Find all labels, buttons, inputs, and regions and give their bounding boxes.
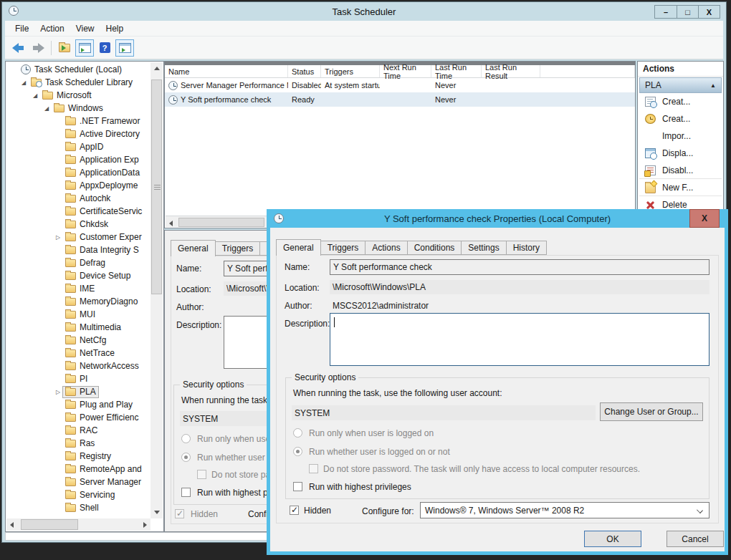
action-item[interactable]: Creat... (639, 110, 722, 127)
tree-item[interactable]: Ras (6, 437, 150, 450)
tree-item[interactable]: ▷ Customer Exper (6, 231, 150, 243)
change-user-button[interactable]: Change User or Group... (600, 402, 703, 421)
tree-item[interactable]: Server Manager (6, 475, 150, 488)
action-item[interactable]: Creat... (639, 93, 722, 110)
preview-privileges-checkbox[interactable] (181, 488, 191, 497)
column-header[interactable]: Name (165, 65, 288, 77)
dialog-tab[interactable]: Settings (462, 241, 506, 255)
tree-item[interactable]: .NET Framewor (6, 115, 150, 127)
preview-tab[interactable]: General (171, 240, 216, 256)
tree-item[interactable]: Defrag (6, 256, 150, 269)
actions-group-header[interactable]: PLA ▲ (639, 77, 722, 93)
help-button[interactable] (95, 39, 114, 57)
scroll-up-button[interactable] (150, 62, 163, 74)
tree-item[interactable]: RemoteApp and (6, 463, 150, 475)
privileges-checkbox[interactable] (293, 482, 302, 491)
minimize-button[interactable]: – (655, 6, 677, 18)
tree-item[interactable]: PI (6, 372, 150, 385)
tree-item[interactable]: Application Exp (6, 153, 150, 166)
tree-item[interactable]: MUI (6, 308, 150, 321)
menu-item[interactable]: Help (100, 22, 130, 35)
column-header[interactable]: Next Run Time (380, 65, 431, 77)
tree-item[interactable]: Registry (6, 450, 150, 463)
action-item[interactable]: Impor... (639, 127, 722, 145)
tree-item[interactable]: Task Scheduler (Local) (6, 63, 150, 76)
tree-expander-icon[interactable]: ◢ (31, 92, 39, 99)
import-button[interactable] (55, 39, 74, 57)
console-tree-toggle-button[interactable] (75, 39, 94, 57)
maximize-button[interactable]: □ (677, 6, 698, 18)
menu-item[interactable]: Action (34, 22, 70, 35)
action-item[interactable]: Disabl... (639, 162, 722, 179)
column-header[interactable]: Last Run Result (482, 65, 540, 77)
dialog-titlebar[interactable]: Y Soft performance check Properties (Loc… (267, 209, 728, 228)
name-field[interactable]: Y Soft performance check (330, 259, 710, 275)
action-pane-toggle-button[interactable] (115, 39, 134, 57)
scroll-right-button[interactable] (138, 518, 150, 531)
preview-hidden-checkbox[interactable] (175, 509, 184, 518)
tree-item[interactable]: ◢ Microsoft (6, 89, 150, 102)
tree-item[interactable]: Shell (6, 501, 150, 514)
titlebar[interactable]: Task Scheduler – □ X (2, 2, 726, 21)
task-row[interactable]: Server Manager Performance Monitor Disab… (165, 78, 635, 92)
tree-vertical-scrollbar[interactable] (150, 62, 163, 518)
tree-item[interactable]: IME (6, 282, 150, 295)
tree-item[interactable]: AppxDeployme (6, 179, 150, 192)
tree-expander-icon[interactable]: ▷ (54, 234, 62, 241)
configure-for-select[interactable]: Windows® 7, Windows Server™ 2008 R2 (420, 502, 710, 518)
task-row[interactable]: Y Soft performance check Ready Never (165, 92, 635, 107)
scroll-thumb[interactable] (21, 519, 78, 530)
tree-item[interactable]: Active Directory (6, 127, 150, 140)
description-field[interactable] (330, 313, 710, 366)
hidden-checkbox[interactable] (290, 506, 299, 515)
tree-item[interactable]: Servicing (6, 488, 150, 501)
tree-item[interactable]: Multimedia (6, 321, 150, 334)
tree-item[interactable]: NetCfg (6, 334, 150, 347)
tree-item[interactable]: ▷ PLA (6, 385, 150, 398)
column-header[interactable]: Status (288, 65, 321, 77)
collapse-icon[interactable]: ▲ (710, 82, 716, 89)
dialog-tab[interactable]: Triggers (321, 241, 366, 255)
column-header[interactable]: Last Run Time (431, 65, 482, 77)
preview-radio-whether[interactable] (181, 453, 191, 462)
tree-item[interactable]: ApplicationData (6, 166, 150, 179)
tree-expander-icon[interactable]: ◢ (19, 79, 28, 86)
preview-radio-logged-on[interactable] (181, 434, 191, 443)
tree-item[interactable]: MemoryDiagno (6, 295, 150, 308)
dialog-tab[interactable]: Conditions (408, 241, 462, 255)
tree-item[interactable]: Power Efficienc (6, 411, 150, 424)
action-item[interactable]: New F... (639, 179, 722, 196)
cancel-button[interactable]: Cancel (666, 531, 724, 547)
close-button[interactable]: X (698, 6, 720, 18)
action-item[interactable]: Displa... (639, 145, 722, 162)
password-checkbox[interactable] (309, 464, 318, 473)
scroll-left-button[interactable] (166, 217, 177, 228)
tree-item[interactable]: Chkdsk (6, 218, 150, 231)
radio-run-logged-on[interactable] (293, 428, 302, 438)
scroll-thumb[interactable] (151, 79, 162, 294)
dialog-tab[interactable]: Actions (366, 241, 407, 255)
scroll-down-button[interactable] (150, 506, 163, 518)
tree-item[interactable]: Device Setup (6, 269, 150, 282)
tree-item[interactable]: RAC (6, 424, 150, 437)
menu-item[interactable]: View (70, 22, 100, 35)
tree-item[interactable]: AppID (6, 140, 150, 153)
dialog-tab[interactable]: General (276, 239, 321, 256)
tree-expander-icon[interactable]: ▷ (54, 389, 62, 395)
tree-item[interactable]: NetworkAccess (6, 359, 150, 372)
preview-tab[interactable]: Triggers (216, 241, 261, 256)
ok-button[interactable]: OK (584, 531, 641, 547)
dialog-close-button[interactable]: X (689, 209, 720, 228)
tree-item[interactable]: ◢ Windows (6, 102, 150, 115)
scroll-thumb[interactable] (178, 218, 264, 227)
scroll-left-button[interactable] (6, 518, 19, 531)
tree-item[interactable]: CertificateServic (6, 205, 150, 218)
tree-item[interactable]: ◢ Task Scheduler Library (6, 76, 150, 89)
tree-item[interactable]: Autochk (6, 192, 150, 205)
tree-item[interactable]: Data Integrity S (6, 243, 150, 256)
forward-button[interactable] (29, 39, 47, 57)
tree-expander-icon[interactable]: ◢ (42, 105, 51, 112)
tree-item[interactable]: Plug and Play (6, 398, 150, 411)
tree-horizontal-scrollbar[interactable] (6, 518, 150, 531)
preview-password-checkbox[interactable] (197, 470, 206, 479)
